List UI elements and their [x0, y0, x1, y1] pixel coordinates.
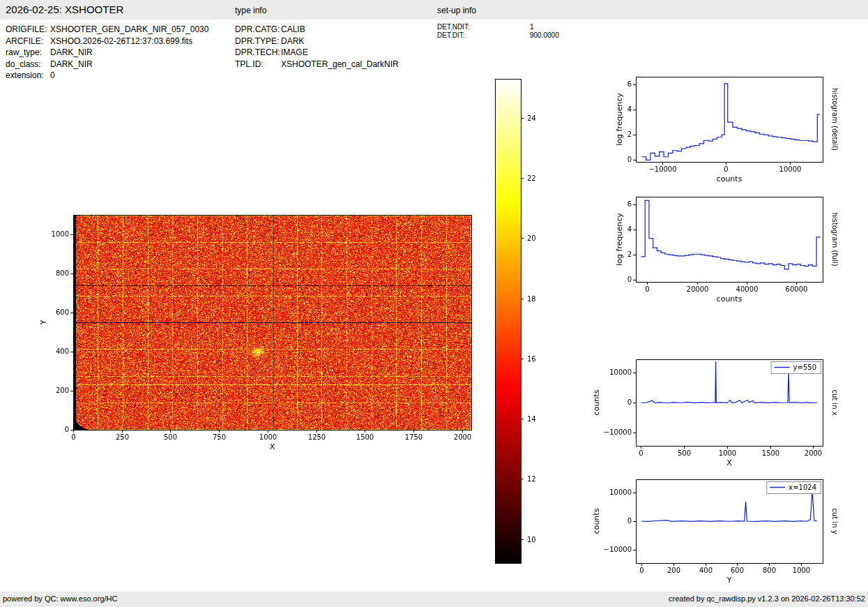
field-value: XSHOOTER_gen_cal_DarkNIR — [281, 59, 399, 70]
field-label: DET.NDIT: — [437, 23, 530, 31]
extension-row: extension:0 — [6, 70, 208, 82]
field-label: raw_type: — [6, 47, 50, 59]
dpr-catg-row: DPR.CATG:CALIB — [235, 24, 399, 36]
field-value: IMAGE — [281, 47, 308, 59]
type-info-heading: type info — [235, 6, 266, 15]
qc-report-page: 2026-02-25: XSHOOTER type info set-up in… — [0, 0, 868, 607]
field-label: extension: — [6, 70, 50, 82]
footer-created-by: created by qc_rawdisp.py v1.2.3 on 2026-… — [669, 594, 865, 603]
det-dit-row: DET.DIT:900.0000 — [437, 31, 559, 40]
doclass-row: do_class:DARK_NIR — [6, 59, 208, 70]
field-value: 0 — [50, 70, 55, 82]
field-value: XSHOO.2026-02-26T12:37:03.699.fits — [50, 36, 192, 47]
field-label: ARCFILE: — [6, 36, 50, 47]
file-info-block: ORIGFILE:XSHOOTER_GEN_DARK_NIR_057_0030 … — [6, 24, 208, 82]
field-value: CALIB — [281, 24, 305, 36]
dpr-type-row: DPR.TYPE:DARK — [235, 36, 399, 47]
type-info-block: DPR.CATG:CALIB DPR.TYPE:DARK DPR.TECH:IM… — [235, 24, 399, 70]
field-label: DPR.CATG: — [235, 24, 281, 36]
header-bar: 2026-02-25: XSHOOTER type info set-up in… — [0, 0, 868, 20]
footer-bar: powered by QC: www.eso.org/HC created by… — [0, 592, 868, 607]
rawtype-row: raw_type:DARK_NIR — [6, 47, 208, 59]
field-value: DARK_NIR — [50, 59, 93, 70]
field-label: DPR.TYPE: — [235, 36, 281, 47]
tpl-id-row: TPL.ID:XSHOOTER_gen_cal_DarkNIR — [235, 59, 399, 70]
det-ndit-row: DET.NDIT:1 — [437, 23, 559, 31]
field-value: 1 — [530, 23, 534, 31]
colorbar — [488, 73, 554, 570]
raw-image-plot — [28, 199, 488, 464]
field-label: DPR.TECH: — [235, 47, 281, 59]
cut-in-x-plot — [579, 350, 840, 476]
field-label: do_class: — [6, 59, 50, 70]
cut-in-y-plot — [579, 470, 840, 590]
histogram-detail-plot — [579, 68, 840, 194]
field-label: DET.DIT: — [437, 31, 530, 40]
dpr-tech-row: DPR.TECH:IMAGE — [235, 47, 399, 59]
origfile-row: ORIGFILE:XSHOOTER_GEN_DARK_NIR_057_0030 — [6, 24, 208, 36]
setup-info-block: DET.NDIT:1 DET.DIT:900.0000 — [437, 23, 559, 40]
page-title: 2026-02-25: XSHOOTER — [6, 3, 123, 15]
arcfile-row: ARCFILE:XSHOO.2026-02-26T12:37:03.699.fi… — [6, 36, 208, 47]
field-label: ORIGFILE: — [6, 24, 50, 36]
field-label: TPL.ID: — [235, 59, 281, 70]
field-value: XSHOOTER_GEN_DARK_NIR_057_0030 — [50, 24, 208, 36]
field-value: DARK — [281, 36, 304, 47]
field-value: 900.0000 — [530, 31, 559, 40]
footer-powered-by: powered by QC: www.eso.org/HC — [3, 594, 117, 603]
field-value: DARK_NIR — [50, 47, 93, 59]
setup-info-heading: set-up info — [437, 6, 476, 15]
histogram-full-plot — [579, 188, 840, 314]
